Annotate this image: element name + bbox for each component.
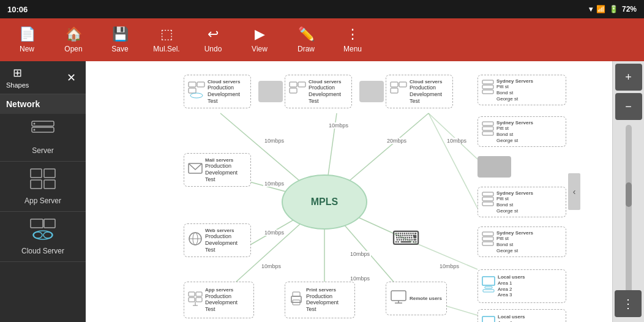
sydney-server-4[interactable]: Sydney ServersPitt stBond stGeorge st: [477, 227, 566, 257]
wifi-icon: ▾: [589, 5, 593, 13]
sydney2-icon: [482, 121, 494, 142]
close-button[interactable]: ✕: [62, 69, 80, 86]
link-label-2: 10mbps: [328, 122, 350, 129]
save-label: Save: [111, 45, 128, 53]
cloud3-text: Cloud serversProductionDevelopmentTest: [410, 79, 442, 105]
more-options-button[interactable]: ⋮: [615, 290, 642, 317]
cloud3-icon: [390, 81, 407, 102]
zoom-in-button[interactable]: +: [615, 64, 642, 91]
open-button[interactable]: 🏠 Open: [51, 21, 95, 58]
view-icon: ▶: [255, 26, 265, 42]
grey-connector2: [359, 81, 384, 102]
save-button[interactable]: 💾 Save: [98, 21, 142, 58]
main-area: ⊞ Shapes ✕ Network Server: [0, 61, 644, 322]
app-node[interactable]: App serversProductionDevelopmentTest: [184, 282, 254, 318]
svg-point-2: [34, 123, 36, 125]
cloud-node-1[interactable]: Cloud serversProductionDevelopmentTest: [184, 75, 251, 108]
sidebar-item-app-server[interactable]: App Server: [0, 162, 86, 212]
shapes-button[interactable]: ⊞ Shapes: [6, 66, 29, 89]
svg-rect-58: [482, 192, 493, 196]
web-node[interactable]: Web serversProductionDevelopmentTest: [184, 223, 251, 257]
time: 10:06: [7, 5, 28, 14]
mpls-label: MPLS: [311, 197, 338, 208]
svg-rect-54: [482, 90, 493, 94]
svg-rect-47: [293, 292, 300, 296]
mail-text: Mail serversProductionDevelopmentTest: [205, 157, 238, 183]
open-icon: 🏠: [66, 26, 82, 42]
svg-rect-49: [391, 291, 406, 301]
local-users-2[interactable]: Local usersArea 4Area 5Area 6: [477, 309, 566, 322]
sidebar: ⊞ Shapes ✕ Network Server: [0, 61, 86, 322]
undo-button[interactable]: ↩ Undo: [191, 21, 235, 58]
link-label-9: 10mbps: [349, 275, 371, 282]
link-label-3: 20mbps: [386, 138, 408, 144]
cloud-node-2[interactable]: Cloud serversProductionDevelopmentTest: [285, 75, 352, 108]
scroll-track[interactable]: [626, 125, 632, 317]
local2-text: Local usersArea 4Area 5Area 6: [498, 314, 525, 322]
undo-label: Undo: [204, 45, 222, 53]
view-button[interactable]: ▶ View: [238, 21, 282, 58]
menu-label: Menu: [343, 45, 362, 53]
right-toolbar: + − ⋮: [612, 61, 644, 322]
sidebar-item-cloud-server[interactable]: Cloud Server: [0, 212, 86, 262]
local1-text: Local usersArea 1Area 2Area 3: [498, 274, 525, 298]
new-icon: 📄: [19, 26, 36, 42]
app-icon: [188, 291, 203, 309]
mail-icon: [188, 161, 203, 179]
cloud-node-3[interactable]: Cloud serversProductionDevelopmentTest: [386, 75, 453, 108]
scroll-thumb[interactable]: [626, 182, 632, 207]
new-button[interactable]: 📄 New: [5, 21, 49, 58]
remote-text: Remote users: [410, 296, 442, 302]
svg-rect-56: [482, 127, 493, 130]
print-text: Print serversProductionDevelopmentTest: [306, 287, 339, 313]
battery-icon: 🔋: [609, 5, 618, 13]
mulsel-icon: ⬚: [160, 26, 173, 42]
svg-point-12: [43, 232, 52, 238]
sydney2-text: Sydney ServersPitt stBond stGeorge st: [496, 120, 533, 143]
server-icon: [31, 120, 55, 144]
server-label: Server: [32, 146, 53, 155]
draw-button[interactable]: ✏️ Draw: [284, 21, 328, 58]
svg-rect-34: [399, 82, 406, 87]
mulsel-button[interactable]: ⬚ Mul.Sel.: [144, 21, 189, 58]
svg-rect-4: [31, 169, 42, 178]
svg-rect-8: [31, 219, 43, 228]
svg-rect-6: [31, 180, 42, 189]
sydney-server-3[interactable]: Sydney ServersPitt stBond stGeorge st: [477, 187, 566, 217]
svg-rect-33: [391, 82, 398, 87]
open-label: Open: [64, 45, 82, 53]
svg-rect-5: [44, 169, 55, 178]
shapes-label: Shapes: [6, 81, 29, 89]
cloud2-icon: [289, 81, 306, 102]
svg-rect-27: [197, 82, 204, 87]
app-text: App serversProductionDevelopmentTest: [205, 287, 238, 313]
cloud-server-icon: [29, 218, 56, 244]
sydney4-text: Sydney ServersPitt stBond stGeorge st: [496, 230, 533, 253]
more-dots-icon: ⋮: [622, 296, 634, 311]
link-label-8: 10mbps: [349, 251, 371, 257]
link-label-6: 10mbps: [263, 230, 285, 236]
sydney1-text: Sydney ServersPitt stBond stGeorge st: [496, 78, 533, 102]
canvas-area[interactable]: 10mbps 10mbps 20mbps 10mbps 10mbps 10mbp…: [86, 61, 612, 322]
zoom-out-button[interactable]: −: [615, 93, 642, 120]
cloud2-text: Cloud serversProductionDevelopmentTest: [309, 79, 341, 105]
local-users-1[interactable]: Local usersArea 1Area 2Area 3: [477, 269, 566, 303]
sidebar-item-server[interactable]: Server: [0, 114, 86, 162]
zoom-in-icon: +: [625, 71, 632, 84]
menu-button[interactable]: ⋮ Menu: [331, 21, 375, 58]
battery-level: 72%: [622, 5, 637, 13]
draw-label: Draw: [298, 45, 315, 53]
print-node[interactable]: Print serversProductionDevelopmentTest: [285, 282, 355, 318]
collapse-chevron[interactable]: ‹: [568, 173, 580, 210]
svg-rect-61: [482, 232, 493, 236]
svg-line-22: [429, 113, 477, 159]
zoom-out-icon: −: [625, 100, 632, 113]
shapes-header: ⊞ Shapes ✕: [0, 61, 86, 94]
sydney-server-1[interactable]: Sydney ServersPitt stBond stGeorge st: [477, 75, 566, 105]
mail-node[interactable]: Mail serversProductionDevelopmentTest: [184, 153, 251, 187]
web-text: Web serversProductionDevelopmentTest: [205, 228, 238, 253]
sydney4-icon: [482, 231, 494, 252]
remote-node[interactable]: Remote users: [386, 282, 447, 315]
svg-rect-31: [298, 82, 305, 87]
sydney-server-2[interactable]: Sydney ServersPitt stBond stGeorge st: [477, 116, 566, 147]
